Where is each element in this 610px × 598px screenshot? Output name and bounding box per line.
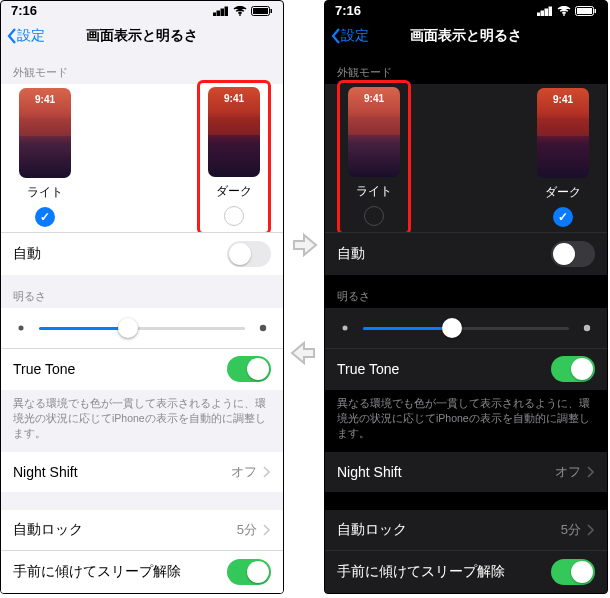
nightshift-row[interactable]: Night Shift オフ <box>325 452 607 492</box>
battery-icon <box>575 6 597 16</box>
nightshift-label: Night Shift <box>13 464 78 480</box>
mode-dark[interactable]: 9:41 ダーク <box>531 84 595 231</box>
svg-point-8 <box>19 325 24 330</box>
page-title: 画面表示と明るさ <box>325 27 607 45</box>
auto-label: 自動 <box>337 245 365 263</box>
auto-label: 自動 <box>13 245 41 263</box>
svg-rect-32 <box>577 8 592 14</box>
svg-line-50 <box>582 332 584 334</box>
svg-point-43 <box>584 324 590 330</box>
auto-row[interactable]: 自動 <box>1 232 283 275</box>
svg-rect-28 <box>545 9 548 16</box>
autolock-row[interactable]: 自動ロック 5分 <box>325 510 607 550</box>
svg-line-48 <box>582 322 584 324</box>
nightshift-row[interactable]: Night Shift オフ <box>1 452 283 492</box>
svg-line-24 <box>258 332 260 334</box>
mode-light-label: ライト <box>27 184 63 201</box>
svg-line-22 <box>258 322 260 324</box>
phone-light: 7:16 設定 画面表示と明るさ 外観モード 9:41 ライト 9:41 <box>0 0 284 594</box>
svg-line-39 <box>340 323 341 324</box>
truetone-row[interactable]: True Tone <box>1 348 283 391</box>
svg-rect-29 <box>549 7 552 16</box>
svg-line-23 <box>267 332 269 334</box>
autolock-row[interactable]: 自動ロック 5分 <box>1 510 283 550</box>
chevron-right-icon <box>263 466 271 478</box>
raise-row[interactable]: 手前に傾けてスリープ解除 <box>325 550 607 593</box>
mode-light[interactable]: 9:41 ライト <box>337 80 411 235</box>
svg-line-40 <box>349 331 350 332</box>
auto-toggle[interactable] <box>551 241 595 267</box>
appearance-row: 9:41 ライト 9:41 ダーク <box>1 84 283 232</box>
mode-light-thumb: 9:41 <box>348 87 400 177</box>
svg-rect-0 <box>213 13 216 16</box>
wifi-icon <box>557 6 571 16</box>
svg-rect-6 <box>253 8 268 14</box>
brightness-row <box>325 308 607 348</box>
nightshift-label: Night Shift <box>337 464 402 480</box>
autolock-label: 自動ロック <box>337 521 407 539</box>
mode-light-label: ライト <box>356 183 392 200</box>
raise-label: 手前に傾けてスリープ解除 <box>13 563 181 581</box>
truetone-toggle[interactable] <box>551 356 595 382</box>
mode-dark-label: ダーク <box>545 184 581 201</box>
brightness-slider[interactable] <box>363 318 569 338</box>
nav-bar: 設定 画面表示と明るさ <box>1 21 283 51</box>
truetone-label: True Tone <box>13 361 75 377</box>
svg-point-34 <box>343 325 348 330</box>
svg-point-17 <box>260 324 266 330</box>
truetone-foot: 異なる環境でも色が一貫して表示されるように、環境光の状況に応じてiPhoneの表… <box>325 390 607 452</box>
brightness-row <box>1 308 283 348</box>
auto-toggle[interactable] <box>227 241 271 267</box>
chevron-right-icon <box>587 524 595 536</box>
mode-dark-thumb: 9:41 <box>208 87 260 177</box>
mode-dark-label: ダーク <box>216 183 252 200</box>
truetone-toggle[interactable] <box>227 356 271 382</box>
mode-light-radio[interactable] <box>364 206 384 226</box>
sun-small-icon <box>13 320 29 336</box>
svg-rect-3 <box>225 7 228 16</box>
sun-large-icon <box>255 320 271 336</box>
svg-line-25 <box>267 322 269 324</box>
svg-line-16 <box>25 323 26 324</box>
wifi-icon <box>233 6 247 16</box>
status-bar: 7:16 <box>1 1 283 21</box>
sun-small-icon <box>337 320 353 336</box>
mode-dark-radio[interactable] <box>553 207 573 227</box>
chevron-right-icon <box>587 466 595 478</box>
auto-row[interactable]: 自動 <box>325 232 607 275</box>
svg-rect-7 <box>271 9 273 13</box>
svg-point-4 <box>239 14 241 16</box>
section-appearance: 外観モード <box>325 51 607 84</box>
svg-point-30 <box>563 14 565 16</box>
truetone-label: True Tone <box>337 361 399 377</box>
mode-light-radio[interactable] <box>35 207 55 227</box>
mode-dark[interactable]: 9:41 ダーク <box>197 80 271 235</box>
svg-line-41 <box>340 331 341 332</box>
svg-line-15 <box>16 331 17 332</box>
svg-line-13 <box>16 323 17 324</box>
truetone-row[interactable]: True Tone <box>325 348 607 391</box>
phone-dark: 7:16 設定 画面表示と明るさ 外観モード 9:41 ライト 9:41 <box>324 0 608 594</box>
brightness-slider[interactable] <box>39 318 245 338</box>
status-time: 7:16 <box>335 3 361 18</box>
arrow-right-icon <box>290 231 318 259</box>
transition-arrows <box>284 0 324 598</box>
signal-icon <box>537 6 553 16</box>
mode-dark-radio[interactable] <box>224 206 244 226</box>
svg-rect-1 <box>217 11 220 16</box>
appearance-row: 9:41 ライト 9:41 ダーク <box>325 84 607 232</box>
arrow-left-icon <box>290 339 318 367</box>
brightness-knob[interactable] <box>442 318 462 338</box>
mode-dark-thumb: 9:41 <box>537 88 589 178</box>
section-brightness: 明るさ <box>325 275 607 308</box>
nightshift-value: オフ <box>555 463 581 481</box>
mode-light[interactable]: 9:41 ライト <box>13 84 77 231</box>
raise-toggle[interactable] <box>551 559 595 585</box>
sun-large-icon <box>579 320 595 336</box>
raise-toggle[interactable] <box>227 559 271 585</box>
svg-rect-2 <box>221 9 224 16</box>
brightness-knob[interactable] <box>118 318 138 338</box>
svg-rect-26 <box>537 13 540 16</box>
svg-line-14 <box>25 331 26 332</box>
raise-row[interactable]: 手前に傾けてスリープ解除 <box>1 550 283 593</box>
